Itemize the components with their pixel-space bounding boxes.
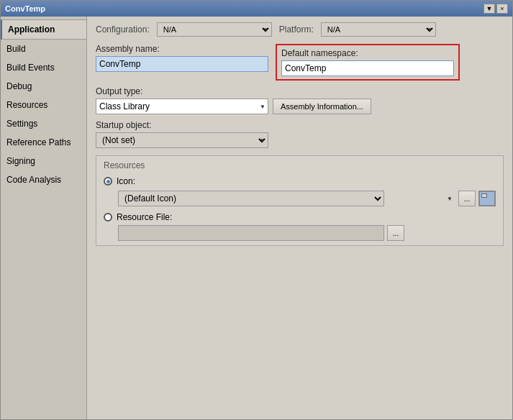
output-type-select[interactable]: Class Library Console Application Window… — [96, 99, 268, 114]
assembly-info-button[interactable]: Assembly Information... — [273, 99, 371, 114]
sidebar-item-settings[interactable]: Settings — [1, 114, 86, 133]
startup-select[interactable]: (Not set) — [96, 132, 268, 148]
icon-row-inner: (Default Icon) ... — [118, 191, 496, 206]
sidebar-item-signing[interactable]: Signing — [1, 152, 86, 170]
icon-radio-label: Icon: — [117, 176, 135, 186]
resource-file-radio[interactable] — [104, 213, 112, 222]
main-window: ConvTemp ▼ × Application Build Build Eve… — [0, 0, 513, 420]
icon-option-row: Icon: — [104, 176, 496, 186]
startup-row: Startup object: (Not set) — [96, 120, 504, 148]
config-row: Configuration: N/A Platform: N/A — [96, 22, 504, 37]
assembly-name-label: Assembly name: — [96, 44, 268, 54]
configuration-select-wrapper: N/A — [157, 22, 272, 37]
icon-radio[interactable] — [104, 177, 112, 186]
sidebar-item-build[interactable]: Build — [1, 40, 86, 58]
assembly-name-input[interactable] — [96, 56, 268, 72]
sidebar-item-debug[interactable]: Debug — [1, 77, 86, 96]
sidebar-item-code-analysis[interactable]: Code Analysis — [1, 170, 86, 189]
default-namespace-label: Default namespace: — [281, 48, 454, 58]
output-type-select-wrapper: Class Library Console Application Window… — [96, 99, 268, 114]
sidebar: Application Build Build Events Debug Res… — [1, 17, 87, 419]
resource-file-row: Resource File: — [104, 212, 496, 222]
output-type-inner: Class Library Console Application Window… — [96, 99, 504, 114]
sidebar-item-build-events[interactable]: Build Events — [1, 58, 86, 77]
sidebar-item-resources[interactable]: Resources — [1, 96, 86, 114]
icon-browse-button[interactable]: ... — [458, 191, 476, 206]
resources-section: Resources Icon: (Default Icon) ... — [96, 155, 504, 246]
assembly-name-group: Assembly name: — [96, 44, 268, 81]
content-area: Application Build Build Events Debug Res… — [1, 17, 512, 419]
close-button[interactable]: × — [496, 4, 508, 14]
window-title: ConvTemp — [5, 4, 45, 13]
startup-inner: (Not set) — [96, 132, 504, 148]
resources-section-title: Resources — [104, 160, 496, 170]
resource-file-inner: ... — [118, 225, 496, 241]
pin-button[interactable]: ▼ — [484, 4, 495, 14]
icon-dropdown-wrapper: (Default Icon) — [118, 191, 455, 206]
fields-row: Assembly name: Default namespace: — [96, 44, 504, 81]
icon-dropdown[interactable]: (Default Icon) — [118, 191, 384, 206]
sidebar-item-application[interactable]: Application — [1, 19, 86, 40]
platform-select[interactable]: N/A — [321, 22, 436, 37]
configuration-label: Configuration: — [96, 24, 150, 35]
main-panel: Configuration: N/A Platform: N/A Assembl… — [87, 17, 512, 419]
default-namespace-group: Default namespace: — [276, 44, 460, 81]
window-icon-preview — [478, 191, 496, 206]
configuration-select[interactable]: N/A — [157, 22, 272, 37]
startup-select-wrapper: (Not set) — [96, 132, 268, 148]
output-type-label: Output type: — [96, 86, 504, 96]
output-type-row: Output type: Class Library Console Appli… — [96, 86, 504, 114]
title-bar: ConvTemp ▼ × — [1, 1, 512, 17]
resource-file-input[interactable] — [118, 225, 384, 241]
platform-label: Platform: — [279, 24, 314, 35]
sidebar-item-reference-paths[interactable]: Reference Paths — [1, 133, 86, 152]
default-namespace-input[interactable] — [281, 60, 454, 76]
platform-select-wrapper: N/A — [321, 22, 436, 37]
startup-object-label: Startup object: — [96, 120, 504, 130]
window-frame-inner — [481, 193, 487, 198]
resource-file-label: Resource File: — [117, 212, 172, 222]
title-bar-controls: ▼ × — [484, 4, 508, 14]
resource-file-browse-button[interactable]: ... — [387, 225, 404, 241]
